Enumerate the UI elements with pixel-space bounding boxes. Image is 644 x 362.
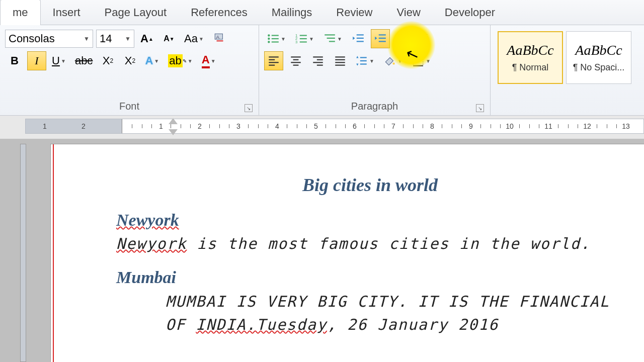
multilevel-list-button[interactable]: ▼ — [320, 29, 346, 48]
heading-mumbai: Mumbai — [116, 268, 624, 287]
font-name-value: Consolas — [9, 32, 55, 45]
style-name-label: ¶ Normal — [512, 62, 549, 73]
svg-marker-24 — [375, 37, 377, 40]
first-line-indent-marker[interactable] — [169, 118, 178, 124]
strikethrough-button[interactable]: abc — [72, 51, 95, 70]
svg-text:3: 3 — [295, 40, 297, 44]
dropdown-icon: ▼ — [84, 35, 90, 42]
font-size-combo[interactable]: 14 ▼ — [96, 30, 134, 48]
tab-view[interactable]: View — [385, 0, 433, 25]
eraser-icon: A — [213, 32, 226, 45]
font-group-label: Font ↘ — [5, 99, 254, 113]
ribbon: Consolas ▼ 14 ▼ A▲ A▼ Aa▼ A B I U▼ abc — [0, 25, 644, 116]
tab-page-layout[interactable]: Page Layout — [93, 0, 179, 25]
italic-button[interactable]: I — [27, 51, 46, 70]
svg-marker-20 — [353, 37, 355, 40]
bold-button[interactable]: B — [5, 51, 24, 70]
vertical-ruler[interactable] — [20, 144, 26, 362]
svg-text:A: A — [216, 34, 219, 40]
align-right-button[interactable] — [308, 51, 328, 70]
show-hide-button[interactable]: ¶ — [415, 29, 434, 48]
tab-mailings[interactable]: Mailings — [260, 0, 325, 25]
grow-font-button[interactable]: A▲ — [137, 29, 156, 48]
font-dialog-launcher[interactable]: ↘ — [245, 104, 253, 112]
shrink-font-button[interactable]: A▼ — [159, 29, 179, 48]
dropdown-icon: ▼ — [125, 35, 131, 42]
font-color-button[interactable]: A▼ — [199, 51, 219, 70]
svg-rect-47 — [413, 56, 423, 66]
svg-point-2 — [268, 34, 270, 36]
justify-icon — [334, 54, 347, 67]
shading-button[interactable]: ▼ — [381, 51, 406, 70]
indent-icon — [374, 32, 387, 45]
doc-title: Big cities in world — [116, 174, 624, 196]
decrease-indent-button[interactable] — [349, 29, 368, 48]
change-case-button[interactable]: Aa▼ — [182, 29, 207, 48]
page[interactable]: Big cities in world Newyork Newyork is t… — [50, 144, 644, 362]
paragraph-dialog-launcher[interactable]: ↘ — [476, 104, 484, 112]
style-name-label: ¶ No Spaci... — [573, 62, 625, 73]
style-normal[interactable]: AaBbCc ¶ Normal — [498, 31, 563, 84]
clear-formatting-button[interactable]: A — [210, 29, 229, 48]
svg-point-46 — [392, 62, 394, 64]
line-spacing-button[interactable]: ▼ — [353, 51, 378, 70]
borders-icon — [412, 54, 425, 67]
tab-insert[interactable]: Insert — [41, 0, 93, 25]
align-left-icon — [267, 54, 280, 67]
increase-indent-button[interactable] — [371, 29, 390, 48]
borders-button[interactable]: ▼ — [409, 51, 434, 70]
tab-developer[interactable]: Developer — [433, 0, 507, 25]
horizontal-ruler[interactable]: 2112345678910111213 — [0, 116, 644, 139]
paragraph-mumbai: MUMBAI IS VERY BIG CITY. IT IS THE FINAN… — [116, 290, 624, 337]
heading-newyork: Newyork — [116, 211, 624, 230]
svg-point-6 — [268, 41, 270, 43]
paragraph-newyork: Newyork is the most famous cities in the… — [116, 233, 624, 255]
svg-point-4 — [268, 38, 270, 40]
underline-button[interactable]: U▼ — [49, 51, 69, 70]
ribbon-tabs: me Insert Page Layout References Mailing… — [0, 0, 644, 25]
align-center-button[interactable] — [286, 51, 305, 70]
document-area: Big cities in world Newyork Newyork is t… — [0, 139, 644, 362]
align-right-icon — [311, 54, 325, 67]
tab-review[interactable]: Review — [324, 0, 384, 25]
numbering-icon: 123 — [295, 32, 308, 45]
svg-marker-45 — [356, 63, 358, 65]
multilevel-icon — [323, 32, 336, 45]
style-preview: AaBbCc — [507, 42, 553, 58]
font-size-value: 14 — [100, 32, 112, 45]
align-left-button[interactable] — [264, 51, 283, 70]
paint-bucket-icon — [383, 54, 396, 67]
svg-marker-44 — [356, 56, 358, 58]
align-center-icon — [289, 54, 302, 67]
hanging-indent-marker[interactable] — [169, 129, 178, 135]
numbering-button[interactable]: 123 ▼ — [292, 29, 317, 48]
subscript-button[interactable]: X2 — [98, 51, 117, 70]
superscript-button[interactable]: X2 — [120, 51, 139, 70]
margin-guide — [53, 144, 54, 362]
text-effects-button[interactable]: A▼ — [142, 51, 163, 70]
outdent-icon — [352, 32, 365, 45]
tab-references[interactable]: References — [179, 0, 260, 25]
bullets-button[interactable]: ▼ — [264, 29, 289, 48]
justify-button[interactable] — [331, 51, 350, 70]
style-preview: AaBbCc — [575, 42, 622, 58]
highlight-button[interactable]: ab✎▼ — [166, 51, 196, 70]
bullets-icon — [267, 32, 280, 45]
tab-home[interactable]: me — [0, 0, 41, 25]
paragraph-group-label: Paragraph ↘ — [264, 99, 485, 113]
line-spacing-icon — [355, 54, 368, 67]
font-name-combo[interactable]: Consolas ▼ — [5, 30, 93, 48]
style-no-spacing[interactable]: AaBbCc ¶ No Spaci... — [566, 31, 631, 84]
sort-button[interactable]: AZ↓ — [393, 29, 412, 48]
